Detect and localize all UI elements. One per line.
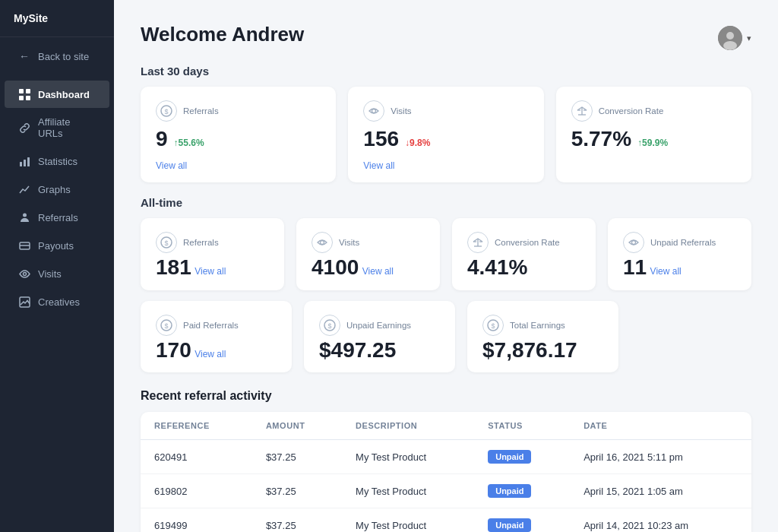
card-total-earnings-all: $ Total Earnings $7,876.17: [467, 301, 618, 373]
sidebar-item-dashboard[interactable]: Dashboard: [5, 81, 109, 108]
col-date: Date: [570, 412, 751, 440]
alltime-label: All-time: [141, 196, 751, 209]
svg-rect-0: [19, 89, 24, 93]
view-all-visits-30[interactable]: View all: [363, 160, 394, 171]
sidebar-item-referrals[interactable]: Referrals: [5, 204, 109, 231]
svg-rect-5: [24, 160, 26, 166]
card-value-conversion-30: 5.77%: [571, 128, 631, 151]
main-content: Welcome Andrew ▾ Last 30 days $ Referral…: [114, 0, 778, 532]
sidebar-item-statistics[interactable]: Statistics: [5, 147, 109, 175]
card-icon-visits-all: [312, 232, 333, 253]
cell-description: My Test Product: [342, 440, 474, 474]
svg-point-13: [726, 32, 734, 40]
sidebar-item-visits[interactable]: Visits: [5, 260, 109, 287]
cell-date: April 16, 2021 5:11 pm: [570, 440, 751, 474]
referrals-icon: [18, 211, 30, 223]
card-value-conversion-all: 4.41%: [467, 255, 527, 279]
cell-description: My Test Product: [342, 508, 474, 532]
svg-text:$: $: [164, 239, 168, 247]
badge-conversion-30: ↑59.9%: [637, 138, 668, 148]
card-unpaid-earnings-all: $ Unpaid Earnings $497.25: [304, 301, 455, 373]
card-label-conversion-all: Conversion Rate: [495, 238, 560, 247]
card-label-visits-30: Visits: [391, 106, 411, 116]
card-conversion-all: Conversion Rate 4.41%: [452, 218, 596, 290]
card-value-paid-referrals-all: 170: [156, 338, 191, 362]
cell-description: My Test Product: [342, 474, 474, 508]
table-row: 619802 $37.25 My Test Product Unpaid Apr…: [141, 474, 751, 508]
table-body: 620491 $37.25 My Test Product Unpaid Apr…: [141, 440, 751, 532]
view-all-unpaid-referrals-all[interactable]: View all: [650, 266, 682, 277]
cell-reference: 619499: [141, 508, 252, 532]
affiliate-urls-icon: [18, 122, 30, 134]
sidebar: MySite ← Back to site DashboardAffiliate…: [0, 0, 114, 532]
card-referrals-all: $ Referrals 181 View all: [141, 218, 284, 290]
svg-rect-4: [20, 162, 22, 166]
view-all-referrals-30[interactable]: View all: [156, 160, 187, 171]
svg-rect-1: [26, 89, 30, 93]
col-status: Status: [474, 412, 570, 440]
svg-text:$: $: [491, 322, 495, 330]
svg-point-14: [723, 41, 737, 50]
sidebar-item-back[interactable]: ← Back to site: [5, 43, 109, 70]
card-conversion-30: Conversion Rate 5.77% ↑59.9%: [556, 87, 751, 182]
page-title: Welcome Andrew: [141, 23, 304, 46]
table-row: 620491 $37.25 My Test Product Unpaid Apr…: [141, 440, 751, 474]
card-unpaid-referrals-all: Unpaid Referrals 11 View all: [608, 218, 751, 290]
visits-icon: [18, 268, 30, 280]
alltime-row2: $ Paid Referrals 170 View all $ Unpaid E…: [141, 301, 751, 373]
badge-visits-30: ↓9.8%: [405, 138, 430, 148]
sidebar-item-payouts[interactable]: Payouts: [5, 232, 109, 259]
sidebar-label-dashboard: Dashboard: [38, 89, 90, 100]
card-label-unpaid-earnings-all: Unpaid Earnings: [346, 321, 411, 330]
view-all-paid-referrals-all[interactable]: View all: [194, 349, 226, 359]
sidebar-item-graphs[interactable]: Graphs: [5, 176, 109, 203]
svg-rect-6: [27, 157, 30, 166]
cell-status: Unpaid: [474, 474, 570, 508]
statistics-icon: [18, 155, 30, 167]
card-value-referrals-all: 181: [156, 255, 191, 279]
dashboard-icon: [18, 88, 30, 100]
status-badge: Unpaid: [488, 518, 531, 532]
activity-title: Recent referral activity: [141, 389, 751, 403]
svg-rect-3: [26, 96, 30, 100]
svg-point-7: [23, 213, 27, 217]
alltime-row1: $ Referrals 181 View all Visits 4100 Vie…: [141, 218, 751, 290]
table-row: 619499 $37.25 My Test Product Unpaid Apr…: [141, 508, 751, 532]
svg-rect-2: [19, 96, 24, 100]
activity-table: ReferenceAmountDescriptionStatusDate 620…: [141, 412, 751, 532]
card-icon-referrals-30: $: [156, 100, 177, 122]
svg-text:$: $: [327, 322, 331, 330]
graphs-icon: [18, 183, 30, 195]
card-label-referrals-30: Referrals: [183, 106, 219, 116]
view-all-visits-all[interactable]: View all: [362, 266, 394, 277]
col-reference: Reference: [141, 412, 252, 440]
table-header-row: ReferenceAmountDescriptionStatusDate: [141, 412, 751, 440]
sidebar-label-affiliate-urls: Affiliate URLs: [38, 116, 96, 139]
last30-cards: $ Referrals 9 ↑55.6% View all Visits 156…: [141, 87, 751, 182]
card-value-unpaid-earnings-all: $497.25: [319, 338, 396, 362]
user-menu[interactable]: ▾: [718, 26, 751, 50]
cell-amount: $37.25: [252, 508, 342, 532]
card-visits-30: Visits 156 ↓9.8% View all: [348, 87, 543, 182]
card-icon-paid-referrals-all: $: [156, 315, 177, 336]
creatives-icon: [18, 296, 30, 308]
sidebar-item-creatives[interactable]: Creatives: [5, 288, 109, 315]
card-label-visits-all: Visits: [339, 238, 359, 247]
cell-amount: $37.25: [252, 440, 342, 474]
cell-status: Unpaid: [474, 440, 570, 474]
view-all-referrals-all[interactable]: View all: [194, 266, 226, 277]
col-description: Description: [342, 412, 474, 440]
sidebar-label-visits: Visits: [38, 268, 62, 280]
cell-date: April 14, 2021 10:23 am: [570, 508, 751, 532]
sidebar-label-referrals: Referrals: [38, 212, 78, 223]
card-label-paid-referrals-all: Paid Referrals: [183, 321, 239, 330]
sidebar-label-statistics: Statistics: [38, 156, 77, 167]
sidebar-item-affiliate-urls[interactable]: Affiliate URLs: [5, 109, 109, 147]
svg-text:$: $: [164, 108, 168, 116]
card-value-referrals-30: 9: [156, 128, 168, 151]
svg-point-17: [372, 109, 376, 113]
card-icon-conversion-30: [571, 100, 593, 122]
back-icon: ←: [18, 50, 30, 62]
svg-point-24: [321, 240, 324, 244]
svg-point-29: [632, 240, 636, 244]
